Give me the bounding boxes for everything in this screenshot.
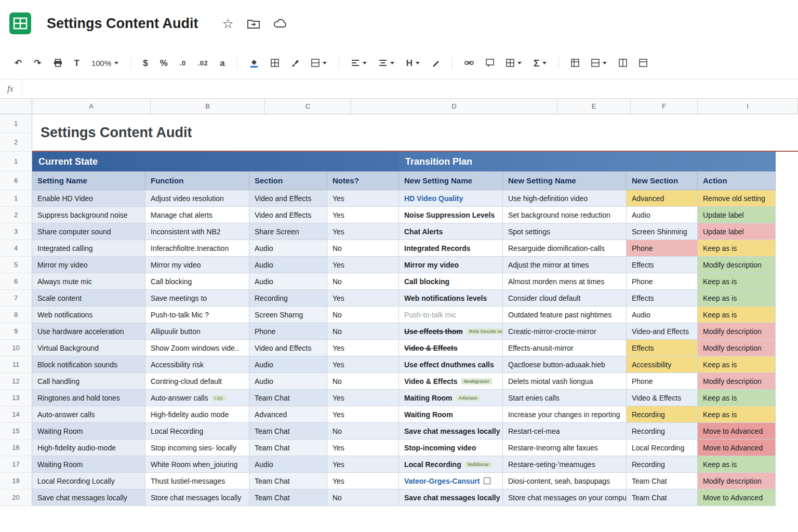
font-icon[interactable]: a <box>220 59 224 68</box>
star-icon[interactable]: ☆ <box>222 17 233 30</box>
cell-section[interactable]: Video and Effects <box>249 207 327 223</box>
cell-setting-name[interactable]: Share computer sound <box>32 223 145 240</box>
row-number[interactable]: 17 <box>0 456 32 473</box>
row-number[interactable]: 2 <box>0 133 32 152</box>
document-title[interactable]: Settings Content Audit <box>47 16 198 32</box>
cell-action[interactable]: Keep as is <box>698 290 776 307</box>
format-currency-icon[interactable]: $ <box>143 59 148 68</box>
cell-new-setting-name[interactable]: Noise Suppression Levels <box>399 207 503 223</box>
cell-function[interactable]: Contring-cloud default <box>145 373 249 390</box>
cell-action[interactable]: Keep as is <box>698 456 776 473</box>
cell-function[interactable]: Adjust video resolution <box>145 190 249 207</box>
row-number[interactable]: 4 <box>0 240 32 257</box>
insert-comment-icon[interactable] <box>486 59 494 67</box>
cloud-status-icon[interactable] <box>273 19 287 28</box>
cell-new-description[interactable]: Restart-cel-mea <box>503 423 627 440</box>
cell-setting-name[interactable]: Enable HD Video <box>32 190 145 207</box>
cell-action[interactable]: Modify description <box>698 323 776 340</box>
cell-section[interactable]: Team Chat <box>249 473 327 489</box>
cell-setting-name[interactable]: Ringtones and hold tones <box>32 390 145 406</box>
cell-new-setting-name[interactable]: Video & EffectsNeakgraner <box>399 373 503 390</box>
cell-new-setting-name[interactable]: Save chat messages locally <box>399 489 503 506</box>
cell-new-section[interactable]: Phone <box>627 240 698 257</box>
cell-setting-name[interactable]: Virtual Background <box>32 340 145 356</box>
select-all-corner[interactable] <box>0 99 32 114</box>
cell-new-section[interactable]: Video & Effects <box>627 390 698 406</box>
header-cell[interactable]: Function <box>145 171 249 190</box>
cell-new-description[interactable]: Consider cloud default <box>503 290 627 307</box>
row-number[interactable]: 20 <box>0 489 32 506</box>
cell-new-setting-name[interactable]: Vateor-Grges-Cansurt <box>399 473 503 489</box>
cell-section[interactable]: Team Chat <box>249 390 327 406</box>
cell-section[interactable]: Team Chat <box>249 489 327 506</box>
cell-action[interactable]: Remove old setting <box>698 190 776 207</box>
cell-new-setting-name[interactable]: Video & Effects <box>399 340 503 356</box>
horizontal-align-icon[interactable] <box>351 59 367 66</box>
cell-section[interactable]: Phone <box>249 323 327 340</box>
cell-setting-name[interactable]: High-fidelity audio-mode <box>32 440 145 456</box>
cell-setting-name[interactable]: Call handling <box>32 373 145 390</box>
cell-notes[interactable]: Yes <box>327 456 399 473</box>
cell-notes[interactable]: No <box>327 423 399 440</box>
cell-function[interactable]: Accessibility risk <box>145 356 249 373</box>
cell-new-section[interactable]: Recording <box>627 456 698 473</box>
cell-action[interactable]: Update label <box>698 223 776 240</box>
cell-section[interactable]: Audio <box>249 257 327 273</box>
cell-function[interactable]: Thust lustiel-messages <box>145 473 249 489</box>
cell-new-section[interactable]: Effects <box>627 340 698 356</box>
cell-function[interactable]: Push-to-talk Mic ? <box>145 307 249 323</box>
row-number[interactable]: 6 <box>0 171 32 190</box>
cell-new-description[interactable]: Almost morden mens at times <box>503 273 627 290</box>
row-number[interactable]: 5 <box>0 257 32 273</box>
cell-function[interactable]: Store chat messages locally <box>145 489 249 506</box>
cell-function[interactable]: Inferachfioltre.Ineraction <box>145 240 249 257</box>
cell-function[interactable]: Local Recording <box>145 423 249 440</box>
cell-action[interactable]: Move to Advanced <box>698 423 776 440</box>
cell-new-description[interactable]: Increase your changes in reporting <box>503 406 627 423</box>
column-letter-A[interactable]: A <box>32 99 151 114</box>
cell-new-setting-name[interactable]: Local RecordingNulldocar <box>399 456 503 473</box>
row-number[interactable]: 19 <box>0 473 32 489</box>
cell-new-description[interactable]: Outdated feature past nightimes <box>503 307 627 323</box>
column-letter-B[interactable]: B <box>151 99 265 114</box>
cell-action[interactable]: Keep as is <box>698 307 776 323</box>
row-number[interactable]: 12 <box>0 373 32 390</box>
vertical-align-icon[interactable] <box>379 59 394 66</box>
cell-new-description[interactable]: Resarguide diomification-calls <box>503 240 627 257</box>
cell-new-description[interactable]: Start enies calls <box>503 390 627 406</box>
cell-new-section[interactable]: Screen Shinming <box>627 223 698 240</box>
cell-action[interactable]: Keep as is <box>698 273 776 290</box>
redo-icon[interactable]: ↷ <box>34 59 41 68</box>
cell-action[interactable]: Move to Advanced <box>698 440 776 456</box>
cell-new-setting-name[interactable]: Waiting Room <box>399 406 503 423</box>
cell-setting-name[interactable]: Use hardware acceleration <box>32 323 145 340</box>
cell-new-section[interactable]: Advanced <box>627 190 698 207</box>
cell-action[interactable]: Modify description <box>698 257 776 273</box>
move-folder-icon[interactable] <box>247 19 260 29</box>
text-rotate-icon[interactable] <box>432 59 440 67</box>
increase-decimal-icon[interactable]: .02 <box>198 60 208 66</box>
banner-current-state[interactable]: Current State <box>32 152 399 171</box>
cell-action[interactable]: Keep as is <box>698 240 776 257</box>
filter-views-icon[interactable] <box>591 59 607 67</box>
row-number[interactable]: 14 <box>0 406 32 423</box>
cell-setting-name[interactable]: Integrated calling <box>32 240 145 257</box>
cell-new-section[interactable]: Audio <box>627 207 698 223</box>
sheets-logo-icon[interactable] <box>9 12 31 34</box>
merge-cells-icon[interactable] <box>311 59 327 67</box>
cell-new-section[interactable]: Team Chat <box>627 473 698 489</box>
cell-action[interactable]: Move to Advanced <box>698 489 776 506</box>
cell-section[interactable]: Audio <box>249 373 327 390</box>
cell-new-setting-name[interactable]: Integrated Records <box>399 240 503 257</box>
decrease-decimal-icon[interactable]: .0 <box>180 60 186 66</box>
cell-section[interactable]: Screen Sharng <box>249 307 327 323</box>
cell-new-section[interactable]: Team Chat <box>627 489 698 506</box>
header-cell[interactable]: Notes? <box>327 171 399 190</box>
cell-new-description[interactable]: Qactloese button-aduaak.hieb <box>503 356 627 373</box>
row-number[interactable]: 1 <box>0 190 32 207</box>
cell-new-description[interactable]: Set background noise reduction <box>503 207 627 223</box>
header-cell[interactable]: Setting Name <box>32 171 145 190</box>
cell-function[interactable]: Save meetings to <box>145 290 249 307</box>
row-number[interactable]: 1 <box>0 114 32 133</box>
print-icon[interactable] <box>54 59 62 67</box>
